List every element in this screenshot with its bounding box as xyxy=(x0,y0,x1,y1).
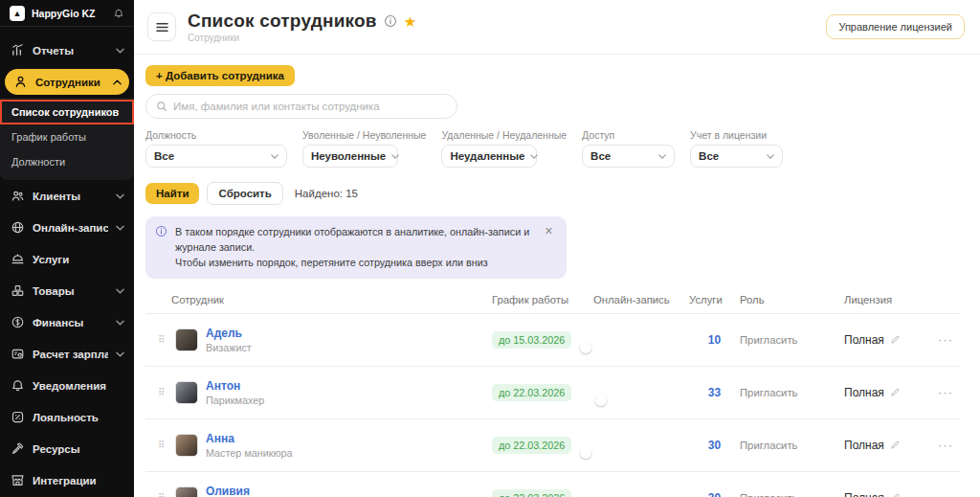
sidebar-item-label: Интеграции xyxy=(33,475,124,486)
found-count: Найдено: 15 xyxy=(295,188,358,199)
actions-row: Найти Сбросить Найдено: 15 xyxy=(145,182,961,205)
people-icon xyxy=(10,189,25,204)
col-header-schedule: График работы xyxy=(492,294,593,305)
invite-link[interactable]: Пригласить xyxy=(740,334,844,346)
breadcrumb: Сотрудники xyxy=(188,33,814,43)
filter-fired: Уволенные / Неуволенные Неуволенные xyxy=(302,129,426,168)
sidebar-item-label: Клиенты xyxy=(33,191,108,202)
edit-pencil-icon[interactable] xyxy=(890,334,901,345)
person-icon xyxy=(12,75,28,90)
row-menu-icon[interactable]: ··· xyxy=(938,385,961,399)
chevron-down-icon xyxy=(116,225,124,231)
invite-link[interactable]: Пригласить xyxy=(740,440,844,451)
sidebar-item-online-booking[interactable]: Онлайн-запись xyxy=(0,212,134,243)
services-count-link[interactable]: 10 xyxy=(689,333,740,347)
sidebar-item-label: Товары xyxy=(33,285,108,297)
chart-icon xyxy=(10,43,25,58)
drag-handle-icon[interactable]: ⠿ xyxy=(158,388,167,397)
submenu-item-employee-list[interactable]: Список сотрудников xyxy=(0,100,134,124)
schedule-badge[interactable]: до 22.03.2026 xyxy=(492,437,571,454)
services-count-link[interactable]: 30 xyxy=(689,439,740,452)
col-header-services: Услуги xyxy=(689,294,740,305)
sidebar-item-finances[interactable]: Финансы xyxy=(0,306,134,338)
table-row: ⠿ Оливия Мастер маникюра до 22.03.2026 3… xyxy=(145,472,961,497)
drag-handle-icon[interactable]: ⠿ xyxy=(158,335,167,345)
sidebar-item-integrations[interactable]: Интеграции xyxy=(0,464,134,496)
edit-pencil-icon[interactable] xyxy=(890,492,901,497)
employee-position: Визажист xyxy=(206,342,252,353)
deleted-select[interactable]: Неудаленные xyxy=(441,145,537,168)
collapse-sidebar-button[interactable] xyxy=(147,12,176,41)
schedule-badge[interactable]: до 22.03.2026 xyxy=(492,489,571,497)
brand-name: HappyGio KZ xyxy=(32,8,106,19)
license-value: Полная xyxy=(844,386,884,399)
services-count-link[interactable]: 30 xyxy=(689,491,740,497)
employee-position: Мастер маникюра xyxy=(206,447,293,459)
filter-license: Учет в лицензии Все xyxy=(690,129,783,168)
find-button[interactable]: Найти xyxy=(145,183,199,204)
schedule-badge[interactable]: до 22.03.2026 xyxy=(492,384,571,401)
sidebar-item-goods[interactable]: Товары xyxy=(0,275,134,306)
employee-name-link[interactable]: Оливия xyxy=(206,485,293,497)
drag-handle-icon[interactable]: ⠿ xyxy=(158,441,167,450)
info-icon[interactable] xyxy=(384,14,397,28)
content-area: + Добавить сотрудника Должность Все Увол… xyxy=(134,55,980,497)
globe-icon xyxy=(10,220,25,236)
close-icon[interactable]: ✕ xyxy=(543,224,555,238)
license-value: Полная xyxy=(844,439,884,452)
drag-handle-icon[interactable]: ⠿ xyxy=(158,493,167,497)
employee-name-link[interactable]: Антон xyxy=(206,379,264,393)
sidebar-item-services[interactable]: Услуги xyxy=(0,243,134,275)
search-input[interactable] xyxy=(173,101,447,112)
sidebar-item-payroll[interactable]: Расчет зарплат xyxy=(0,338,134,370)
favorite-star-icon[interactable]: ★ xyxy=(404,14,416,29)
services-count-link[interactable]: 33 xyxy=(689,386,740,399)
table-header-row: Сотрудник График работы Онлайн-запись Ус… xyxy=(145,294,961,314)
row-menu-icon[interactable]: ··· xyxy=(938,332,961,347)
sidebar-item-notifications[interactable]: Уведомления xyxy=(0,370,134,401)
brand-logo-icon: ▲ xyxy=(10,6,25,21)
row-menu-icon[interactable]: ··· xyxy=(938,490,961,497)
avatar xyxy=(175,434,198,457)
page-header: Список сотрудников ★ Сотрудники Управлен… xyxy=(134,0,980,55)
title-block: Список сотрудников ★ Сотрудники xyxy=(188,11,814,43)
dollar-coin-icon xyxy=(10,315,25,330)
chevron-down-icon xyxy=(116,48,124,54)
reset-button[interactable]: Сбросить xyxy=(207,182,282,205)
select-value: Все xyxy=(590,150,611,162)
add-employee-button[interactable]: + Добавить сотрудника xyxy=(145,65,295,86)
license-select[interactable]: Все xyxy=(690,145,783,168)
select-value: Все xyxy=(154,150,174,162)
sidebar-item-employees[interactable]: Сотрудники xyxy=(0,66,134,98)
sidebar-nav: Отчеты Сотрудники Список сотрудников Гра xyxy=(0,27,134,496)
manage-license-button[interactable]: Управление лицензией xyxy=(826,14,965,39)
invite-link[interactable]: Пригласить xyxy=(740,387,844,398)
filter-label: Учет в лицензии xyxy=(690,129,783,141)
sidebar-item-label: Отчеты xyxy=(33,45,108,56)
submenu-item-label: Должности xyxy=(11,156,65,168)
sidebar-item-clients[interactable]: Клиенты xyxy=(0,180,134,212)
row-menu-icon[interactable]: ··· xyxy=(938,438,961,452)
sidebar-item-label: Сотрудники xyxy=(35,77,105,88)
edit-pencil-icon[interactable] xyxy=(890,440,901,450)
sidebar-item-loyalty[interactable]: Лояльность xyxy=(0,401,134,433)
filter-label: Удаленные / Неудаленные xyxy=(441,129,567,141)
sidebar-item-reports[interactable]: Отчеты xyxy=(0,34,134,66)
submenu-item-work-schedule[interactable]: График работы xyxy=(0,124,134,149)
banner-text: В таком порядке сотрудники отображаются … xyxy=(175,224,535,271)
notifications-bell-icon[interactable] xyxy=(113,8,124,19)
submenu-item-positions[interactable]: Должности xyxy=(0,149,134,174)
employee-name-link[interactable]: Анна xyxy=(206,432,293,445)
sidebar: ▲ HappyGio KZ Отчеты Сотрудники xyxy=(0,0,134,497)
filter-label: Должность xyxy=(145,129,287,141)
filter-position: Должность Все xyxy=(145,129,287,168)
page-title: Список сотрудников xyxy=(188,11,377,32)
access-select[interactable]: Все xyxy=(582,145,675,168)
fired-select[interactable]: Неуволенные xyxy=(302,145,398,168)
position-select[interactable]: Все xyxy=(145,145,287,168)
schedule-badge[interactable]: до 15.03.2026 xyxy=(492,331,571,349)
invite-link[interactable]: Пригласить xyxy=(740,492,844,497)
sidebar-item-resources[interactable]: Ресурсы xyxy=(0,433,134,464)
employee-name-link[interactable]: Адель xyxy=(206,327,252,340)
edit-pencil-icon[interactable] xyxy=(890,387,901,397)
